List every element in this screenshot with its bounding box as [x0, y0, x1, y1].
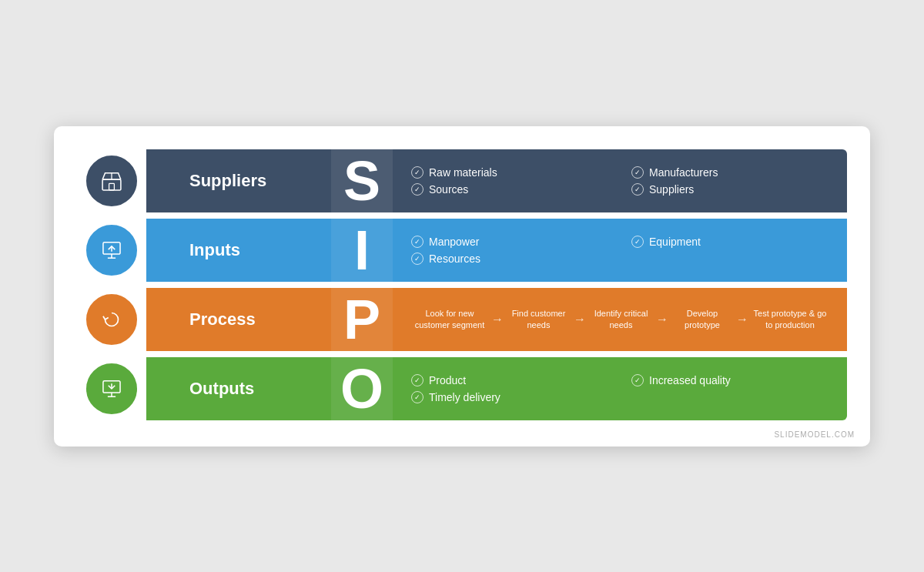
check-item — [631, 253, 829, 265]
check-text: Manpower — [429, 236, 479, 248]
inputs-label-text: Inputs — [189, 240, 240, 260]
slide-container: Suppliers S ✓ Raw materials ✓ Manufactur… — [54, 126, 870, 447]
check-icon: ✓ — [411, 374, 424, 386]
process-label: Process — [146, 288, 331, 351]
row-outputs: Outputs O ✓ Product ✓ Increased quality … — [77, 357, 847, 420]
process-letter-text: P — [343, 288, 380, 351]
check-item: ✓ Suppliers — [631, 183, 829, 196]
check-item: ✓ Manufacturers — [631, 166, 829, 179]
process-icon-cell — [77, 288, 146, 351]
cycle-icon — [99, 306, 125, 333]
check-item: ✓ Equipment — [631, 236, 829, 248]
inputs-label: Inputs — [146, 219, 331, 282]
process-step-text: Look for new customer segment — [411, 308, 488, 330]
suppliers-label: Suppliers — [146, 149, 331, 212]
outputs-checklist: ✓ Product ✓ Increased quality ✓ Timely d… — [411, 374, 829, 403]
outputs-letter-text: O — [340, 357, 383, 420]
process-step-1: Look for new customer segment — [411, 308, 488, 330]
process-content: Look for new customer segment → Find cus… — [393, 288, 847, 351]
watermark: SLIDEMODEL.COM — [774, 430, 855, 439]
check-item: ✓ Product — [411, 374, 608, 386]
row-process: Process P Look for new customer segment … — [77, 288, 847, 351]
process-step-text: Develop prototype — [671, 308, 733, 330]
process-flow: Look for new customer segment → Find cus… — [411, 308, 829, 330]
arrow-icon-4: → — [736, 313, 748, 326]
check-item: ✓ Raw materials — [411, 166, 608, 179]
check-icon: ✓ — [631, 236, 644, 248]
arrow-icon-3: → — [656, 313, 668, 326]
check-icon: ✓ — [411, 236, 424, 248]
check-item: ✓ Timely delivery — [411, 391, 608, 403]
process-letter: P — [331, 288, 393, 351]
check-item — [631, 391, 829, 403]
check-text: Sources — [429, 183, 468, 196]
store-icon — [99, 168, 125, 194]
monitor-out-icon — [99, 376, 125, 402]
outputs-label: Outputs — [146, 357, 331, 420]
check-item: ✓ Resources — [411, 253, 608, 265]
process-label-text: Process — [189, 309, 256, 329]
inputs-letter: I — [331, 219, 393, 282]
check-icon: ✓ — [631, 166, 644, 179]
suppliers-letter-text: S — [343, 149, 380, 212]
check-item: ✓ Manpower — [411, 236, 608, 248]
monitor-arrow-icon — [99, 237, 125, 263]
process-step-5: Test prototype & go to production — [752, 308, 829, 330]
inputs-content: ✓ Manpower ✓ Equipment ✓ Resources — [393, 219, 847, 282]
outputs-circle — [84, 361, 139, 416]
process-step-2: Find customer needs — [507, 308, 571, 330]
check-text: Resources — [429, 253, 480, 265]
check-text: Equipment — [649, 236, 701, 248]
svg-rect-2 — [109, 183, 115, 190]
check-icon: ✓ — [411, 183, 424, 196]
suppliers-letter: S — [331, 149, 393, 212]
row-inputs: Inputs I ✓ Manpower ✓ Equipment ✓ Resour… — [77, 219, 847, 282]
process-step-text: Test prototype & go to production — [752, 308, 829, 330]
check-text: Timely delivery — [429, 391, 500, 403]
inputs-checklist: ✓ Manpower ✓ Equipment ✓ Resources — [411, 236, 829, 265]
arrow-icon-1: → — [491, 313, 504, 326]
check-item: ✓ Increased quality — [631, 374, 829, 386]
suppliers-checklist: ✓ Raw materials ✓ Manufacturers ✓ Source… — [411, 166, 829, 196]
check-text: Manufacturers — [649, 166, 718, 179]
check-icon: ✓ — [411, 166, 424, 179]
inputs-circle — [84, 222, 139, 278]
check-item: ✓ Sources — [411, 183, 608, 196]
process-step-text: Find customer needs — [507, 308, 571, 330]
check-icon: ✓ — [411, 253, 424, 265]
check-icon: ✓ — [411, 391, 424, 403]
suppliers-content: ✓ Raw materials ✓ Manufacturers ✓ Source… — [393, 149, 847, 212]
svg-rect-0 — [102, 179, 121, 190]
outputs-label-text: Outputs — [189, 379, 254, 399]
inputs-icon-cell — [77, 219, 146, 282]
process-step-3: Identify critical needs — [589, 308, 653, 330]
check-icon: ✓ — [631, 183, 644, 196]
process-step-4: Develop prototype — [671, 308, 733, 330]
check-icon: ✓ — [631, 374, 644, 386]
suppliers-label-text: Suppliers — [189, 171, 266, 191]
inputs-letter-text: I — [354, 219, 370, 282]
outputs-content: ✓ Product ✓ Increased quality ✓ Timely d… — [393, 357, 847, 420]
row-suppliers: Suppliers S ✓ Raw materials ✓ Manufactur… — [77, 149, 847, 212]
suppliers-icon-cell — [77, 149, 146, 212]
check-text: Product — [429, 374, 466, 386]
process-step-text: Identify critical needs — [589, 308, 653, 330]
arrow-icon-2: → — [574, 313, 586, 326]
check-text: Suppliers — [649, 183, 694, 196]
outputs-icon-cell — [77, 357, 146, 420]
suppliers-circle — [84, 153, 139, 209]
outputs-letter: O — [331, 357, 393, 420]
check-text: Increased quality — [649, 374, 731, 386]
process-circle — [84, 292, 139, 347]
check-text: Raw materials — [429, 166, 497, 179]
